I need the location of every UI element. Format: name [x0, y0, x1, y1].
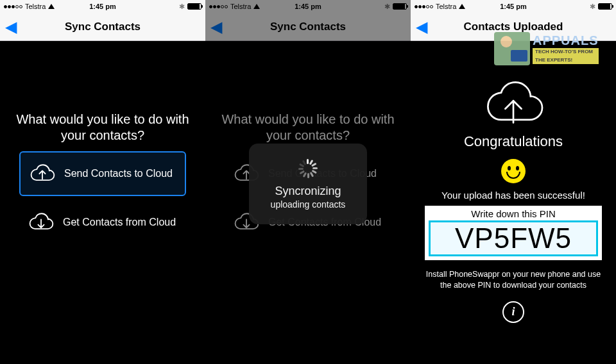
install-instructions: Install PhoneSwappr on your new phone an… — [411, 269, 616, 291]
get-contacts-label: Get Contacts from Cloud — [63, 217, 176, 228]
cloud-upload-large-icon — [478, 73, 549, 131]
watermark-title: APPUALS — [533, 33, 599, 48]
spinner-icon — [298, 159, 318, 178]
watermark-character-icon — [494, 32, 530, 65]
back-button[interactable]: ◀ — [5, 19, 17, 35]
back-button[interactable]: ◀ — [416, 19, 427, 35]
clock-label: 1:45 pm — [411, 3, 616, 10]
screen-uploaded: Telstra 1:45 pm ✱ ◀ Contacts Uploaded AP… — [411, 0, 616, 364]
cloud-download-icon — [27, 208, 55, 236]
bluetooth-icon: ✱ — [179, 3, 185, 11]
status-bar: Telstra 1:45 pm ✱ — [0, 0, 205, 13]
success-message: Your upload has been successful! — [441, 190, 585, 201]
hud-subtitle: uploading contacts — [271, 199, 346, 210]
progress-hud: Syncronizing uploading contacts — [249, 144, 367, 224]
cloud-upload-icon — [28, 160, 56, 188]
pin-box: Write down this PIN VP5FW5 — [425, 206, 602, 260]
pin-value: VP5FW5 — [429, 220, 598, 256]
send-contacts-label: Send Contacts to Cloud — [64, 168, 173, 179]
nav-title: Sync Contacts — [65, 21, 141, 33]
pin-label: Write down this PIN — [429, 208, 598, 219]
battery-icon — [598, 3, 612, 10]
watermark-sub1: TECH HOW-TO'S FROM — [533, 48, 599, 56]
appuals-watermark: APPUALS TECH HOW-TO'S FROM THE EXPERTS! — [494, 31, 616, 67]
screen-sync-contacts: Telstra 1:45 pm ✱ ◀ Sync Contacts What w… — [0, 0, 205, 364]
prompt-text: What would you like to do with your cont… — [0, 112, 205, 151]
battery-icon — [187, 3, 201, 10]
status-bar: Telstra 1:45 pm ✱ — [411, 0, 616, 13]
nav-bar: ◀ Sync Contacts — [0, 13, 205, 41]
hud-title: Syncronizing — [275, 185, 341, 198]
screen-syncing: Telstra 1:45 pm ✱ ◀ Sync Contacts What w… — [205, 0, 411, 364]
info-button[interactable]: i — [502, 301, 524, 323]
watermark-sub2: THE EXPERTS! — [533, 56, 599, 64]
congrats-title: Congratulations — [464, 133, 563, 150]
smiley-icon — [501, 159, 526, 183]
send-contacts-option[interactable]: Send Contacts to Cloud — [19, 151, 186, 196]
bluetooth-icon: ✱ — [590, 3, 595, 11]
get-contacts-option[interactable]: Get Contacts from Cloud — [19, 200, 186, 245]
clock-label: 1:45 pm — [0, 3, 205, 10]
